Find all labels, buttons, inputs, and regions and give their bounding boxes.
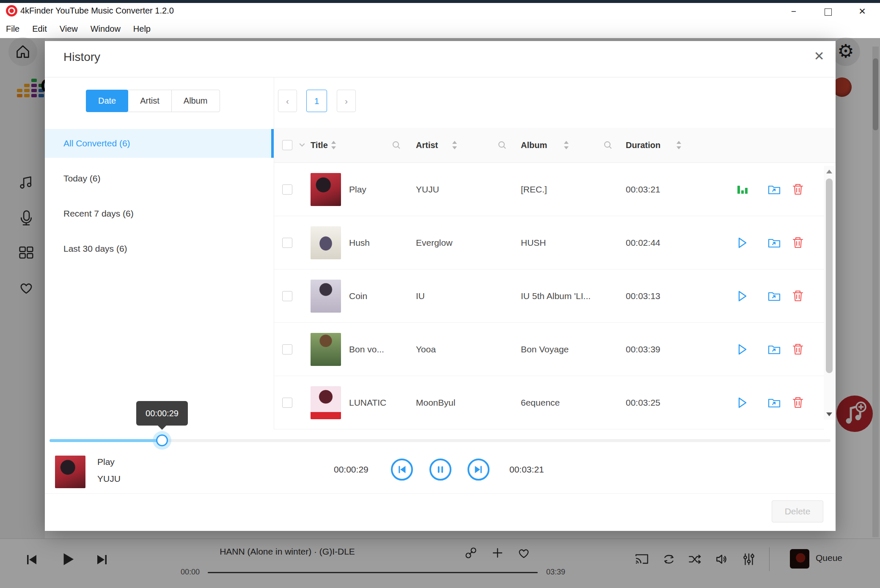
now-playing-artist: YUJU <box>97 474 121 484</box>
title-bar: 4kFinder YouTube Music Converter 1.2.0 −… <box>0 3 880 20</box>
player-elapsed: 00:00:29 <box>334 464 368 475</box>
tab-album[interactable]: Album <box>171 90 220 112</box>
delete-track-button[interactable] <box>791 182 805 197</box>
search-icon[interactable] <box>498 140 507 150</box>
now-playing-track: Play <box>97 457 115 467</box>
next-icon <box>473 464 484 475</box>
history-sidebar: All Converted (6) Today (6) Recent 7 day… <box>45 129 274 269</box>
menu-item[interactable]: Help <box>133 20 151 38</box>
play-button[interactable] <box>735 342 749 357</box>
sidebar-item-label: Recent 7 days (6) <box>63 209 134 218</box>
player-total: 00:03:21 <box>509 464 544 475</box>
row-checkbox[interactable] <box>282 238 292 248</box>
table-row: Play YUJU [REC.] 00:03:21 <box>274 163 824 216</box>
scroll-up-button[interactable] <box>824 166 835 177</box>
row-checkbox[interactable] <box>282 184 292 195</box>
row-album: 6equence <box>521 398 560 408</box>
now-playing-thumbnail <box>55 456 85 488</box>
sidebar-item[interactable]: All Converted (6) <box>45 129 274 158</box>
row-title: Play <box>349 184 366 195</box>
chevron-down-icon[interactable] <box>299 142 305 148</box>
delete-button[interactable]: Delete <box>772 500 823 522</box>
table-header: Title Artist Album Duration <box>274 128 836 163</box>
column-title[interactable]: Title <box>311 140 328 150</box>
sidebar-item-label: Today (6) <box>63 173 101 183</box>
sort-icon[interactable] <box>564 140 569 150</box>
menu-bar: FileEditViewWindowHelp <box>0 20 880 38</box>
tab-artist[interactable]: Artist <box>128 90 172 112</box>
column-album[interactable]: Album <box>521 140 547 150</box>
search-icon[interactable] <box>392 140 401 150</box>
player-pause-button[interactable] <box>429 459 451 481</box>
row-artist: Everglow <box>416 238 452 248</box>
play-button[interactable] <box>735 236 749 250</box>
open-folder-button[interactable] <box>767 182 781 197</box>
row-checkbox[interactable] <box>282 344 292 354</box>
open-folder-button[interactable] <box>767 342 781 357</box>
menu-item[interactable]: File <box>6 20 19 38</box>
row-artist: Yooa <box>416 344 436 354</box>
play-button[interactable] <box>735 289 749 303</box>
open-folder-button[interactable] <box>767 289 781 303</box>
sidebar-item-label: All Converted (6) <box>63 138 130 148</box>
scroll-down-button[interactable] <box>824 409 835 420</box>
history-dialog: History ✕ DateArtistAlbum All Converted … <box>45 41 836 531</box>
maximize-button[interactable] <box>815 4 841 19</box>
app-window: 4kFinder YouTube Music Converter 1.2.0 −… <box>0 0 880 588</box>
sidebar-item-label: Last 30 days (6) <box>63 244 127 253</box>
sort-icon[interactable] <box>331 140 336 150</box>
column-duration[interactable]: Duration <box>626 140 660 150</box>
sort-icon[interactable] <box>676 140 682 150</box>
row-checkbox[interactable] <box>282 291 292 301</box>
close-dialog-button[interactable]: ✕ <box>810 47 828 66</box>
row-checkbox[interactable] <box>282 398 292 408</box>
triangle-down-icon <box>826 412 832 416</box>
seek-slider-handle[interactable] <box>156 434 168 446</box>
open-folder-button[interactable] <box>767 396 781 410</box>
sidebar-item[interactable]: Last 30 days (6) <box>45 234 274 263</box>
tab-date[interactable]: Date <box>86 90 128 112</box>
divider <box>45 493 836 494</box>
window-title: 4kFinder YouTube Music Converter 1.2.0 <box>20 6 174 16</box>
open-folder-button[interactable] <box>767 236 781 250</box>
pagination-page-1[interactable]: 1 <box>306 90 327 112</box>
delete-track-button[interactable] <box>791 342 805 357</box>
row-title: LUNATIC <box>349 398 386 408</box>
row-duration: 00:03:25 <box>626 398 660 408</box>
pause-icon <box>435 464 446 475</box>
row-album: Bon Voyage <box>521 344 569 354</box>
player-previous-button[interactable] <box>391 459 413 481</box>
search-icon[interactable] <box>603 140 613 150</box>
minimize-button[interactable]: − <box>781 4 806 19</box>
select-all-checkbox[interactable] <box>282 140 292 150</box>
track-thumbnail <box>311 173 341 206</box>
menu-item[interactable]: Edit <box>32 20 47 38</box>
seek-tooltip: 00:00:29 <box>136 401 188 426</box>
close-window-button[interactable]: ✕ <box>850 4 875 19</box>
player-next-button[interactable] <box>468 459 490 481</box>
playing-indicator <box>735 182 749 197</box>
previous-icon <box>396 464 407 475</box>
row-album: HUSH <box>521 238 546 248</box>
sidebar-item[interactable]: Recent 7 days (6) <box>45 199 274 228</box>
row-duration: 00:03:39 <box>626 344 660 354</box>
delete-track-button[interactable] <box>791 236 805 250</box>
table-row: Coin IU IU 5th Album 'LI... 00:03:13 <box>274 269 824 323</box>
menu-item[interactable]: Window <box>91 20 121 38</box>
play-button[interactable] <box>735 396 749 410</box>
delete-track-button[interactable] <box>791 396 805 410</box>
table-scrollbar[interactable] <box>824 166 835 420</box>
menu-item[interactable]: View <box>60 20 78 38</box>
app-logo-icon <box>6 5 17 16</box>
row-title: Coin <box>349 291 367 301</box>
delete-track-button[interactable] <box>791 289 805 303</box>
table-scrollbar-thumb[interactable] <box>826 179 833 373</box>
sidebar-item[interactable]: Today (6) <box>45 164 274 193</box>
row-album: [REC.] <box>521 184 547 195</box>
pagination-prev-button[interactable]: ‹ <box>278 90 297 112</box>
pagination-next-button[interactable]: › <box>337 90 356 112</box>
column-artist[interactable]: Artist <box>416 140 438 150</box>
history-tabs: DateArtistAlbum <box>86 90 220 112</box>
sort-icon[interactable] <box>452 140 457 150</box>
triangle-up-icon <box>826 170 832 173</box>
